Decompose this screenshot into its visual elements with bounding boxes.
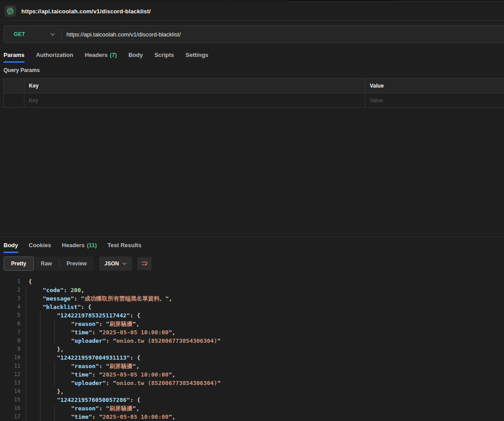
indent-guide xyxy=(26,396,40,404)
indent-guide xyxy=(54,379,68,387)
response-tab-headers[interactable]: Headers(11) xyxy=(62,237,97,253)
param-value-input[interactable] xyxy=(370,97,500,104)
indent-guide xyxy=(54,337,68,345)
request-tabs: ParamsAuthorizationHeaders(7)BodyScripts… xyxy=(0,47,504,63)
code-line: 2"code": 200, xyxy=(0,286,504,294)
workspace-tab-strip[interactable] xyxy=(0,0,504,2)
code-line: 15"1242219576050057286": { xyxy=(0,396,504,404)
code-line: 7"time": "2025-05-05 10:00:00", xyxy=(0,328,504,337)
code-line: 6"reason": "刷屏騷擾", xyxy=(0,320,504,328)
indent-guide xyxy=(40,370,54,379)
param-key-input[interactable] xyxy=(29,97,360,104)
row-checkbox-cell[interactable] xyxy=(4,93,24,107)
request-tab-body[interactable]: Body xyxy=(128,47,143,63)
tab-label: Scripts xyxy=(154,52,174,58)
line-number: 7 xyxy=(0,328,20,337)
key-column-header: Key xyxy=(24,79,365,93)
line-number: 1 xyxy=(0,277,20,286)
line-number: 4 xyxy=(0,303,20,311)
tab-label: Settings xyxy=(186,52,208,58)
view-mode-preview[interactable]: Preview xyxy=(60,257,94,271)
response-tab-body[interactable]: Body xyxy=(4,237,18,253)
value-column-header: Value xyxy=(365,79,504,93)
code-line: 9}, xyxy=(0,345,504,353)
response-tab-cookies[interactable]: Cookies xyxy=(29,237,52,253)
code-line: 16"reason": "刷屏騷擾", xyxy=(0,404,504,413)
request-empty-area xyxy=(0,108,504,237)
tab-count-badge: (7) xyxy=(110,52,117,58)
wrap-text-button[interactable] xyxy=(137,257,152,270)
response-body-code[interactable]: 1{2"code": 200,3"message": "成功獲取所有雲端黑名單資… xyxy=(0,271,504,421)
line-number: 15 xyxy=(0,396,20,404)
response-view-modes: PrettyRawPreview xyxy=(4,257,94,271)
code-line: 3"message": "成功獲取所有雲端黑名單資料。", xyxy=(0,294,504,303)
request-title: https://api.taicoolah.com/v1/discord-bla… xyxy=(21,8,151,15)
indent-guide xyxy=(26,337,40,345)
indent-guide xyxy=(40,311,54,320)
response-tab-test-results[interactable]: Test Results xyxy=(108,237,141,253)
indent-guide xyxy=(26,311,40,320)
line-number: 10 xyxy=(0,353,20,362)
indent-guide xyxy=(40,379,54,387)
indent-guide xyxy=(26,379,40,387)
tab-divider xyxy=(99,0,99,2)
url-bar: GET xyxy=(4,25,504,43)
checkbox-column-header xyxy=(4,79,24,93)
code-line: 14}, xyxy=(0,387,504,396)
indent-guide xyxy=(54,370,68,379)
line-number: 16 xyxy=(0,404,20,413)
indent-guide xyxy=(40,353,54,362)
indent-guide xyxy=(26,387,40,396)
line-number: 13 xyxy=(0,379,20,387)
line-number: 14 xyxy=(0,387,20,396)
request-tab-authorization[interactable]: Authorization xyxy=(36,47,73,63)
request-tab-settings[interactable]: Settings xyxy=(186,47,208,63)
indent-guide xyxy=(26,320,40,328)
code-line: 1{ xyxy=(0,277,504,286)
chevron-down-icon xyxy=(50,33,55,36)
tab-label: Cookies xyxy=(29,242,52,249)
indent-guide xyxy=(54,320,68,328)
chevron-down-icon xyxy=(122,262,127,265)
code-line: 17"time": "2025-05-05 10:00:00", xyxy=(0,413,504,421)
request-tab-headers[interactable]: Headers(7) xyxy=(85,47,117,63)
url-input[interactable] xyxy=(62,31,504,38)
indent-guide xyxy=(26,303,40,311)
indent-guide xyxy=(40,337,54,345)
indent-guide xyxy=(40,413,54,421)
indent-guide xyxy=(40,345,54,353)
format-label: JSON xyxy=(104,261,119,267)
code-line: 5"1242219785325117442": { xyxy=(0,311,504,320)
query-params-header-row: Key Value xyxy=(4,79,504,93)
tab-label: Params xyxy=(4,52,24,58)
line-number: 3 xyxy=(0,294,20,303)
request-tab-scripts[interactable]: Scripts xyxy=(154,47,174,63)
tab-label: Test Results xyxy=(108,242,141,249)
indent-guide xyxy=(26,345,40,353)
line-number: 17 xyxy=(0,413,20,421)
wrap-text-icon xyxy=(141,260,148,267)
url-row: GET xyxy=(0,21,504,47)
code-line: 13"uploader": "onion.tw (852006773854306… xyxy=(0,379,504,387)
indent-guide xyxy=(26,413,40,421)
tab-label: Headers xyxy=(62,242,84,249)
indent-guide xyxy=(40,320,54,328)
line-number: 6 xyxy=(0,320,20,328)
indent-guide xyxy=(26,362,40,370)
indent-guide xyxy=(26,328,40,337)
method-selector[interactable]: GET xyxy=(4,26,61,43)
view-mode-pretty[interactable]: Pretty xyxy=(4,257,34,271)
view-mode-raw[interactable]: Raw xyxy=(34,257,59,271)
format-dropdown[interactable]: JSON xyxy=(99,257,132,271)
indent-guide xyxy=(26,286,40,294)
indent-guide xyxy=(54,413,68,421)
response-toolbar: PrettyRawPreview JSON xyxy=(4,257,504,271)
query-params-table: Key Value xyxy=(3,78,504,108)
code-line: 4"blacklist": { xyxy=(0,303,504,311)
indent-guide xyxy=(54,404,68,413)
code-line: 10"1242219597004931113": { xyxy=(0,353,504,362)
svg-text:HTTP: HTTP xyxy=(7,10,13,12)
indent-guide xyxy=(40,396,54,404)
request-tab-params[interactable]: Params xyxy=(4,47,24,63)
line-number: 8 xyxy=(0,337,20,345)
